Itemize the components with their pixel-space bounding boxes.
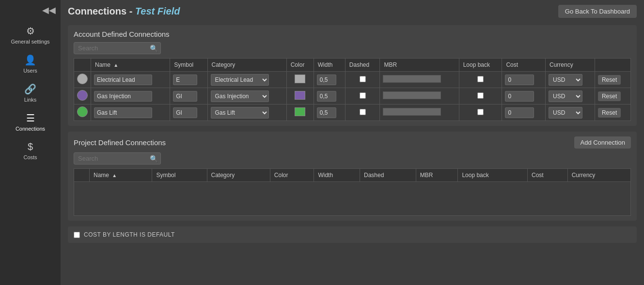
- col-header-select: [74, 59, 91, 72]
- row-color-indicator: [77, 90, 88, 101]
- col-header-category: Category: [207, 59, 286, 72]
- account-search-input[interactable]: [74, 42, 161, 54]
- project-search-wrap: 🔍: [74, 152, 161, 165]
- project-section-header: Project Defined Connections Add Connecti…: [74, 136, 631, 149]
- proj-col-header-category: Category: [207, 169, 270, 182]
- col-header-width: Width: [314, 59, 345, 72]
- sidebar-item-links[interactable]: 🔗 Links: [0, 78, 61, 107]
- account-table-row: Electrical Lead USD EUR GBP Reset: [74, 72, 631, 88]
- row-name-input[interactable]: [94, 107, 152, 118]
- col-header-color: Color: [286, 59, 314, 72]
- col-header-action: [595, 59, 630, 72]
- col-header-dashed: Dashed: [345, 59, 380, 72]
- proj-col-header-mbr: MBR: [416, 169, 458, 182]
- row-reset-button[interactable]: Reset: [598, 75, 621, 85]
- field-name: Test Field: [135, 6, 180, 16]
- account-search-wrap: 🔍: [74, 42, 161, 54]
- proj-col-header-dashed: Dashed: [360, 169, 416, 182]
- add-connection-button[interactable]: Add Connection: [574, 136, 631, 149]
- proj-col-header-loop-back: Loop back: [458, 169, 528, 182]
- sidebar-label-links: Links: [24, 97, 37, 103]
- account-table-row: Gas Injection USD EUR GBP Reset: [74, 88, 631, 105]
- sidebar: ◀◀ ⚙ General settings 👤 Users 🔗 Links ☰ …: [0, 0, 61, 285]
- row-name-input[interactable]: [94, 75, 152, 85]
- row-color-indicator: [77, 106, 88, 117]
- row-symbol-input[interactable]: [173, 107, 197, 118]
- proj-name-sort-icon: ▲: [112, 173, 117, 178]
- account-section-title: Account Defined Connections: [74, 30, 170, 38]
- account-table-body: Electrical Lead USD EUR GBP Reset: [74, 72, 631, 121]
- account-section-header: Account Defined Connections: [74, 30, 631, 38]
- col-header-symbol: Symbol: [170, 59, 207, 72]
- row-reset-button[interactable]: Reset: [598, 108, 621, 118]
- row-mbr-bar: [383, 108, 441, 116]
- project-table-wrap: Name ▲ Symbol Category Color Width Dashe…: [74, 168, 631, 216]
- row-color-box[interactable]: [295, 75, 305, 83]
- sidebar-toggle[interactable]: ◀◀: [0, 5, 61, 15]
- row-mbr-bar: [383, 91, 441, 99]
- row-reset-button[interactable]: Reset: [598, 91, 621, 101]
- row-currency-select[interactable]: USD EUR GBP: [549, 90, 582, 102]
- col-header-cost: Cost: [502, 59, 546, 72]
- row-width-input[interactable]: [317, 107, 336, 118]
- users-icon: 👤: [24, 54, 36, 66]
- row-category-select[interactable]: Electrical Lead: [211, 74, 269, 86]
- name-sort-icon: ▲: [113, 62, 118, 68]
- row-mbr-bar: [383, 75, 441, 83]
- sidebar-label-costs: Costs: [23, 154, 37, 160]
- row-loopback-checkbox[interactable]: [477, 92, 484, 99]
- row-currency-select[interactable]: USD EUR GBP: [549, 74, 582, 86]
- sidebar-label-general-settings: General settings: [11, 39, 49, 45]
- collapse-icon[interactable]: ◀◀: [42, 5, 56, 15]
- row-loopback-checkbox[interactable]: [477, 109, 484, 115]
- back-to-dashboard-button[interactable]: Go Back To Dashboard: [558, 5, 637, 18]
- proj-col-header-symbol: Symbol: [152, 169, 207, 182]
- project-search-input[interactable]: [74, 152, 161, 165]
- row-cost-input[interactable]: [505, 75, 534, 85]
- row-name-input[interactable]: [94, 91, 152, 102]
- cost-by-length-checkbox[interactable]: [74, 232, 80, 238]
- row-currency-select[interactable]: USD EUR GBP: [549, 107, 582, 119]
- sidebar-item-costs[interactable]: $ Costs: [0, 136, 61, 165]
- sidebar-label-connections: Connections: [16, 126, 45, 132]
- row-dashed-checkbox[interactable]: [360, 92, 366, 99]
- row-color-indicator: [77, 74, 88, 84]
- proj-col-header-select: [74, 169, 90, 182]
- row-loopback-checkbox[interactable]: [477, 76, 484, 82]
- account-table-row: Gas Lift USD EUR GBP Reset: [74, 105, 631, 121]
- project-section-title: Project Defined Connections: [74, 138, 166, 147]
- main-content: Connections - Test Field Go Back To Dash…: [61, 0, 644, 285]
- row-dashed-checkbox[interactable]: [360, 76, 366, 82]
- project-defined-connections-section: Project Defined Connections Add Connecti…: [68, 132, 637, 221]
- project-table-header: Name ▲ Symbol Category Color Width Dashe…: [74, 169, 631, 182]
- row-dashed-checkbox[interactable]: [360, 109, 366, 115]
- account-search-icon: 🔍: [150, 45, 158, 52]
- proj-col-header-currency: Currency: [567, 169, 630, 182]
- footer-section: Cost By Length Is Default: [68, 226, 637, 243]
- row-symbol-input[interactable]: [173, 75, 197, 85]
- proj-col-header-name[interactable]: Name ▲: [90, 169, 152, 182]
- row-width-input[interactable]: [317, 91, 336, 102]
- row-color-box[interactable]: [295, 91, 305, 100]
- row-symbol-input[interactable]: [173, 91, 197, 102]
- sidebar-item-connections[interactable]: ☰ Connections: [0, 107, 61, 136]
- col-header-currency: Currency: [546, 59, 595, 72]
- gear-icon: ⚙: [26, 25, 35, 37]
- sidebar-label-users: Users: [23, 68, 37, 74]
- col-header-name[interactable]: Name ▲: [91, 59, 170, 72]
- row-cost-input[interactable]: [505, 107, 534, 118]
- row-color-box[interactable]: [295, 107, 305, 116]
- row-cost-input[interactable]: [505, 91, 534, 102]
- row-width-input[interactable]: [317, 75, 336, 85]
- row-category-select[interactable]: Gas Injection: [211, 90, 269, 102]
- account-table-header: Name ▲ Symbol Category Color Width Dashe…: [74, 59, 631, 72]
- sidebar-item-users[interactable]: 👤 Users: [0, 49, 61, 78]
- project-empty-row: [74, 182, 631, 216]
- costs-icon: $: [28, 141, 33, 152]
- cost-by-length-label: Cost By Length Is Default: [84, 231, 175, 238]
- page-header: Connections - Test Field Go Back To Dash…: [68, 5, 637, 18]
- sidebar-item-general-settings[interactable]: ⚙ General settings: [0, 20, 61, 49]
- project-table-body: [74, 182, 631, 216]
- row-category-select[interactable]: Gas Lift: [211, 107, 269, 119]
- project-search-icon: 🔍: [150, 155, 158, 163]
